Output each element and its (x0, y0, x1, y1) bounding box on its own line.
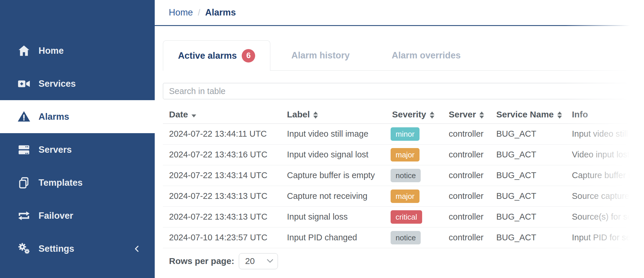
cell-service-name: BUG_ACT (490, 186, 566, 206)
cell-server: controller (443, 144, 490, 165)
table-row[interactable]: 2024-07-22 13:43:13 UTC Input signal los… (163, 206, 644, 227)
tab-active-alarms[interactable]: Active alarms 6 (163, 40, 270, 71)
breadcrumb-separator: / (198, 8, 200, 18)
severity-badge: notice (391, 231, 421, 244)
content: Active alarms 6 Alarm history Alarm over… (155, 40, 644, 269)
sort-icon (479, 112, 484, 119)
cell-date: 2024-07-22 13:43:14 UTC (163, 165, 281, 186)
rows-per-page-value: 20 (245, 256, 255, 266)
severity-badge: major (391, 190, 420, 203)
cell-server: controller (443, 206, 490, 227)
cell-service-name: BUG_ACT (490, 124, 566, 144)
tab-alarm-overrides[interactable]: Alarm overrides (371, 40, 482, 70)
cell-info: Input PID for service (566, 227, 644, 248)
copy-icon (17, 176, 31, 190)
warning-triangle-icon (17, 110, 31, 124)
cell-info: Capture buffer is empty (566, 165, 644, 186)
tab-alarm-history[interactable]: Alarm history (270, 40, 371, 70)
severity-badge: notice (391, 169, 421, 182)
sort-desc-icon (192, 114, 196, 117)
table-row[interactable]: 2024-07-22 13:43:16 UTC Input video sign… (163, 144, 644, 165)
cell-label: Input signal loss (281, 206, 386, 227)
sort-icon (430, 112, 434, 119)
cell-info: Input video still image (566, 124, 644, 144)
sidebar-item-services[interactable]: Services (0, 67, 155, 100)
sidebar-item-label: Servers (39, 145, 72, 155)
alarm-count-badge: 6 (242, 49, 255, 62)
table-row[interactable]: 2024-07-10 14:23:57 UTC Input PID change… (163, 227, 644, 248)
cell-info: Video input lost for se (566, 144, 644, 165)
column-header-server[interactable]: Server (443, 105, 490, 124)
chevron-down-icon (267, 259, 274, 263)
cell-service-name: BUG_ACT (490, 206, 566, 227)
cell-service-name: BUG_ACT (490, 165, 566, 186)
cell-server: controller (443, 227, 490, 248)
table-footer: Rows per page: 20 (163, 248, 644, 269)
column-header-date[interactable]: Date (163, 105, 281, 124)
sidebar-item-settings[interactable]: Settings (0, 232, 155, 265)
sort-icon (557, 112, 562, 119)
cell-label: Input video signal lost (281, 144, 386, 165)
sidebar-item-partial[interactable] (0, 265, 155, 278)
alarms-table: Date Label Severity Server Service Name (163, 105, 644, 248)
sidebar-item-label: Failover (39, 211, 73, 221)
severity-badge: major (391, 148, 420, 161)
sidebar: Home Services Alarms (0, 0, 155, 278)
column-header-service-name[interactable]: Service Name (490, 105, 566, 124)
cell-server: controller (443, 124, 490, 144)
column-header-info: Info (566, 105, 644, 124)
breadcrumb: Home / Alarms (155, 0, 644, 26)
sidebar-item-label: Settings (39, 244, 74, 254)
sidebar-item-home[interactable]: Home (0, 34, 155, 67)
swap-arrows-icon (17, 209, 31, 223)
chevron-left-icon[interactable] (133, 244, 141, 253)
gears-icon (17, 242, 31, 256)
cell-date: 2024-07-22 13:44:11 UTC (163, 124, 281, 144)
tab-label: Alarm overrides (392, 50, 461, 61)
sidebar-item-label: Alarms (39, 112, 69, 122)
servers-icon (17, 143, 31, 157)
rows-per-page-select[interactable]: 20 (239, 253, 278, 269)
cell-date: 2024-07-10 14:23:57 UTC (163, 227, 281, 248)
cell-date: 2024-07-22 13:43:16 UTC (163, 144, 281, 165)
cell-label: Input video still image (281, 124, 386, 144)
main-area: Home / Alarms Active alarms 6 Alarm hist… (155, 0, 644, 278)
sidebar-item-label: Home (39, 46, 64, 56)
table-header-row: Date Label Severity Server Service Name (163, 105, 644, 124)
sidebar-item-label: Services (39, 79, 76, 89)
home-icon (17, 44, 31, 58)
cell-date: 2024-07-22 13:43:13 UTC (163, 206, 281, 227)
cell-info: Source(s) for service (566, 206, 644, 227)
severity-badge: minor (391, 127, 420, 141)
camera-plus-icon (17, 77, 31, 91)
cell-info: Source capture for ser (566, 186, 644, 206)
cell-server: controller (443, 165, 490, 186)
tab-label: Alarm history (291, 50, 350, 61)
cell-label: Capture buffer is empty (281, 165, 386, 186)
search-input[interactable] (163, 83, 644, 99)
sidebar-item-failover[interactable]: Failover (0, 199, 155, 232)
breadcrumb-home-link[interactable]: Home (169, 7, 193, 18)
cell-service-name: BUG_ACT (490, 227, 566, 248)
severity-badge: critical (391, 210, 422, 224)
sidebar-item-templates[interactable]: Templates (0, 166, 155, 199)
breadcrumb-current: Alarms (205, 7, 236, 18)
tab-bar: Active alarms 6 Alarm history Alarm over… (163, 40, 644, 71)
cell-label: Input PID changed (281, 227, 386, 248)
sidebar-item-label: Templates (39, 178, 83, 188)
column-header-label[interactable]: Label (281, 105, 386, 124)
table-row[interactable]: 2024-07-22 13:43:13 UTC Capture not rece… (163, 186, 644, 206)
rows-per-page-label: Rows per page: (169, 256, 234, 266)
cell-date: 2024-07-22 13:43:13 UTC (163, 186, 281, 206)
sidebar-nav: Home Services Alarms (0, 0, 155, 278)
sidebar-item-servers[interactable]: Servers (0, 133, 155, 166)
cell-service-name: BUG_ACT (490, 144, 566, 165)
table-row[interactable]: 2024-07-22 13:43:14 UTC Capture buffer i… (163, 165, 644, 186)
sort-icon (313, 112, 318, 119)
table-row[interactable]: 2024-07-22 13:44:11 UTC Input video stil… (163, 124, 644, 144)
column-header-severity[interactable]: Severity (386, 105, 443, 124)
tab-label: Active alarms (178, 51, 237, 61)
cell-server: controller (443, 186, 490, 206)
sidebar-item-alarms[interactable]: Alarms (0, 100, 155, 133)
cell-label: Capture not receiving (281, 186, 386, 206)
